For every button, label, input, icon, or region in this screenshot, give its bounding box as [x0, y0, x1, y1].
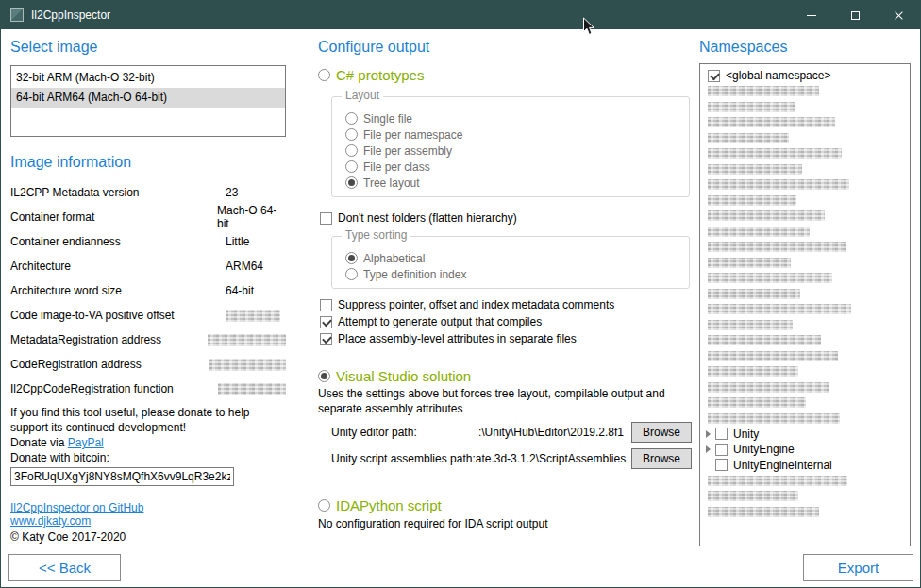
- checkbox-icon[interactable]: [715, 428, 728, 440]
- info-label: MetadataRegistration address: [10, 333, 208, 346]
- redacted-namespace: [708, 413, 840, 424]
- browse-script-path-button[interactable]: Browse: [631, 448, 692, 469]
- unity-script-path-label: Unity script assemblies path:: [331, 452, 476, 465]
- checkbox-label: Place assembly-level attributes in separ…: [338, 332, 577, 345]
- info-value: Mach-O 64-bit: [217, 204, 286, 230]
- image-list-item[interactable]: 32-bit ARM (Mach-O 32-bit): [11, 68, 285, 88]
- namespace-item-redacted[interactable]: [700, 379, 910, 395]
- redacted-namespace: [708, 117, 835, 127]
- namespace-item-redacted[interactable]: [700, 84, 910, 100]
- csharp-prototypes-radio[interactable]: C# prototypes: [318, 67, 692, 83]
- namespace-item-redacted[interactable]: [700, 317, 910, 333]
- visual-studio-label: Visual Studio solution: [336, 368, 471, 384]
- donate-via-text: Donate via: [10, 436, 68, 449]
- checkbox-option[interactable]: Place assembly-level attributes in separ…: [320, 330, 692, 347]
- app-window: Il2CppInspector Select image 32-bit ARM …: [0, 0, 921, 588]
- csharp-prototypes-label: C# prototypes: [336, 67, 424, 83]
- sorting-options: AlphabeticalType definition index: [345, 250, 689, 282]
- info-value: ARM64: [226, 260, 263, 273]
- info-label: Container endianness: [10, 235, 226, 248]
- namespace-item-redacted[interactable]: [700, 255, 910, 271]
- redacted-namespace: [708, 335, 821, 345]
- radio-option[interactable]: File per class: [345, 159, 689, 175]
- namespace-item-redacted[interactable]: [700, 224, 910, 240]
- namespace-item-redacted[interactable]: [700, 161, 910, 177]
- namespace-item-redacted[interactable]: [700, 240, 910, 256]
- namespace-item-redacted[interactable]: [700, 99, 910, 115]
- radio-option[interactable]: Tree layout: [345, 175, 689, 191]
- checkbox-icon[interactable]: [708, 70, 720, 82]
- redacted-namespace: [708, 227, 810, 237]
- radio-label: Type definition index: [363, 268, 466, 281]
- radio-label: Single file: [363, 112, 412, 126]
- idapython-radio[interactable]: IDAPython script: [318, 497, 692, 513]
- image-list[interactable]: 32-bit ARM (Mach-O 32-bit)64-bit ARM64 (…: [10, 65, 286, 137]
- radio-label: File per class: [363, 160, 430, 174]
- namespace-item-redacted[interactable]: [700, 115, 910, 131]
- radio-option[interactable]: Type definition index: [345, 266, 689, 282]
- namespace-item-redacted[interactable]: [700, 473, 910, 489]
- namespace-item-redacted[interactable]: [700, 177, 910, 193]
- redacted-namespace: [708, 491, 798, 501]
- bitcoin-address-input[interactable]: [10, 467, 234, 486]
- minimize-button[interactable]: [790, 1, 833, 29]
- namespace-item[interactable]: Unity: [700, 427, 910, 443]
- maximize-button[interactable]: [833, 1, 877, 29]
- unity-editor-path-value[interactable]: :\Unity\Hub\Editor\2019.2.8f1: [417, 426, 631, 439]
- radio-option[interactable]: File per assembly: [345, 143, 689, 159]
- unity-script-path-value[interactable]: ate.3d-3.1.2\ScriptAssemblies: [476, 452, 631, 465]
- info-row: CodeRegistration address: [10, 352, 286, 377]
- copyright-text: © Katy Coe 2017-2020: [10, 529, 286, 545]
- namespace-item-redacted[interactable]: [700, 489, 910, 505]
- namespace-item[interactable]: <global namespace>: [700, 68, 910, 84]
- layout-group-title: Layout: [342, 89, 383, 102]
- namespace-item-redacted[interactable]: [700, 302, 910, 318]
- namespace-item-redacted[interactable]: [700, 193, 910, 209]
- namespace-item-redacted[interactable]: [700, 209, 910, 225]
- namespace-item-redacted[interactable]: [700, 411, 910, 427]
- namespace-item[interactable]: UnityEngine: [700, 442, 910, 458]
- radio-icon: [318, 370, 330, 382]
- checkbox-option[interactable]: Suppress pointer, offset and index metad…: [320, 296, 692, 313]
- flatten-checkbox-row[interactable]: Don't nest folders (flatten hierarchy): [320, 210, 692, 227]
- github-link[interactable]: Il2CppInspector on GitHub: [10, 501, 286, 514]
- namespace-item-redacted[interactable]: [700, 130, 910, 146]
- redacted-namespace: [708, 179, 849, 190]
- info-row: ArchitectureARM64: [10, 254, 286, 278]
- redacted-value: [226, 310, 280, 322]
- titlebar[interactable]: Il2CppInspector: [1, 1, 920, 29]
- expander-icon[interactable]: [706, 430, 711, 438]
- namespace-list[interactable]: <global namespace>UnityUnityEngineUnityE…: [699, 63, 911, 546]
- website-link[interactable]: www.djkaty.com: [10, 514, 286, 528]
- donate-text: If you find this tool useful, please don…: [10, 405, 284, 435]
- idapython-description: No configuration required for IDA script…: [318, 517, 692, 530]
- namespace-item-redacted[interactable]: [700, 333, 910, 349]
- layout-groupbox: Layout Single fileFile per namespaceFile…: [331, 96, 690, 197]
- namespace-item-redacted[interactable]: [700, 146, 910, 162]
- info-label: Code image-to-VA positive offset: [10, 309, 226, 322]
- browse-editor-path-button[interactable]: Browse: [631, 422, 692, 443]
- namespace-item[interactable]: UnityEngineInternal: [700, 458, 910, 474]
- back-button[interactable]: << Back: [8, 554, 121, 581]
- info-value: 64-bit: [226, 284, 254, 297]
- radio-option[interactable]: File per namespace: [345, 126, 689, 143]
- namespace-item-redacted[interactable]: [700, 504, 910, 520]
- checkbox-icon[interactable]: [715, 459, 728, 471]
- expander-icon[interactable]: [706, 445, 711, 453]
- namespace-item-redacted[interactable]: [700, 364, 910, 380]
- radio-option[interactable]: Alphabetical: [345, 250, 689, 266]
- namespace-item-redacted[interactable]: [700, 286, 910, 302]
- namespace-item-redacted[interactable]: [700, 348, 910, 364]
- close-button[interactable]: [877, 1, 920, 29]
- namespace-item-redacted[interactable]: [700, 395, 910, 412]
- redacted-namespace: [708, 273, 832, 283]
- visual-studio-radio[interactable]: Visual Studio solution: [318, 368, 692, 384]
- radio-option[interactable]: Single file: [345, 110, 689, 126]
- namespace-label: UnityEngineInternal: [733, 459, 832, 472]
- checkbox-icon[interactable]: [715, 444, 728, 456]
- checkbox-option[interactable]: Attempt to generate output that compiles: [320, 313, 692, 330]
- image-list-item[interactable]: 64-bit ARM64 (Mach-O 64-bit): [11, 88, 285, 108]
- namespace-item-redacted[interactable]: [700, 271, 910, 287]
- paypal-link[interactable]: PayPal: [68, 435, 104, 450]
- export-button[interactable]: Export: [803, 554, 913, 581]
